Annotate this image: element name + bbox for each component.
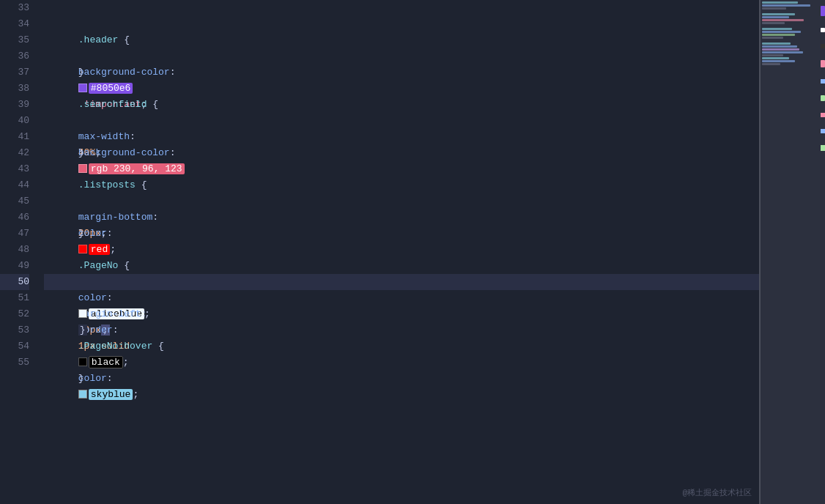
minimap-viewport — [759, 0, 825, 504]
marker-blue — [821, 79, 825, 84]
line-num-50: 50 — [0, 274, 29, 290]
minimap-line — [762, 60, 795, 62]
minimap-markers — [821, 6, 825, 151]
line-num-37: 37 — [0, 64, 29, 81]
line-num-38: 38 — [0, 81, 29, 97]
line-num-41: 41 — [0, 129, 29, 145]
minimap[interactable] — [759, 0, 825, 504]
marker-purple — [821, 6, 825, 16]
minimap-line — [762, 19, 804, 21]
line-num-33: 33 — [0, 0, 29, 16]
code-line-48: .PageNo { — [44, 242, 759, 258]
code-line-45: color: red; — [44, 193, 759, 210]
minimap-line — [762, 45, 797, 48]
line-num-44: 44 — [0, 177, 29, 193]
minimap-line — [762, 1, 798, 4]
marker-dark — [821, 44, 825, 48]
line-num-49: 49 — [0, 258, 29, 274]
code-area[interactable]: .header { background-color: #8050e6 !imp… — [38, 0, 759, 504]
line-num-48: 48 — [0, 242, 29, 258]
line-num-46: 46 — [0, 210, 29, 226]
marker-blue2 — [821, 129, 825, 133]
marker-red — [821, 113, 825, 117]
line-num-54: 54 — [0, 338, 29, 355]
code-line-40: background-color: rgb 230, 96, 123 — [44, 113, 759, 129]
minimap-line — [762, 16, 789, 18]
code-line-50: margin-left: 10px; — [44, 274, 759, 290]
line-num-39: 39 — [0, 97, 29, 113]
minimap-line — [762, 63, 780, 65]
line-num-36: 36 — [0, 48, 29, 64]
line-num-40: 40 — [0, 113, 29, 129]
minimap-line — [762, 4, 810, 7]
code-line-36: } — [44, 48, 759, 64]
minimap-line — [762, 13, 795, 15]
line-num-55: 55 — [0, 355, 29, 371]
minimap-line — [762, 48, 799, 51]
code-line-34: .header { — [44, 16, 759, 32]
line-num-45: 45 — [0, 193, 29, 210]
line-num-47: 47 — [0, 226, 29, 242]
marker-white — [821, 28, 825, 32]
code-line-35: background-color: #8050e6 !important; — [44, 32, 759, 48]
code-line-55: } — [44, 355, 759, 371]
minimap-line — [762, 57, 789, 59]
line-num-51: 51 — [0, 290, 29, 306]
code-line-51: border: 1px solid black; — [44, 290, 759, 306]
code-line-47 — [44, 226, 759, 242]
marker-green2 — [821, 145, 825, 151]
minimap-line — [762, 42, 791, 45]
minimap-line — [762, 31, 801, 33]
code-line-38: .searchfield { — [44, 81, 759, 97]
code-line-41: } — [44, 129, 759, 145]
minimap-line — [762, 34, 795, 36]
minimap-line — [762, 51, 803, 53]
code-line-33 — [44, 0, 759, 16]
watermark: @稀土掘金技术社区 — [682, 487, 752, 498]
minimap-line — [762, 28, 792, 30]
line-num-43: 43 — [0, 161, 29, 177]
minimap-line — [762, 7, 786, 10]
code-line-53: .PageNo:hover { — [44, 322, 759, 338]
editor-container: 33 34 35 36 37 38 39 40 41 42 43 44 45 4… — [0, 0, 825, 504]
line-numbers: 33 34 35 36 37 38 39 40 41 42 43 44 45 4… — [0, 0, 38, 504]
line-num-35: 35 — [0, 32, 29, 48]
marker-pink — [821, 60, 825, 67]
minimap-line — [762, 22, 785, 24]
line-num-52: 52 — [0, 306, 29, 322]
line-num-42: 42 — [0, 145, 29, 161]
line-num-34: 34 — [0, 16, 29, 32]
code-line-44: margin-bottom: 20px; — [44, 177, 759, 193]
minimap-line — [762, 54, 783, 56]
code-line-49: color: aliceblue; — [44, 258, 759, 274]
marker-green — [821, 95, 825, 101]
line-num-53: 53 — [0, 322, 29, 338]
minimap-line — [762, 37, 783, 39]
